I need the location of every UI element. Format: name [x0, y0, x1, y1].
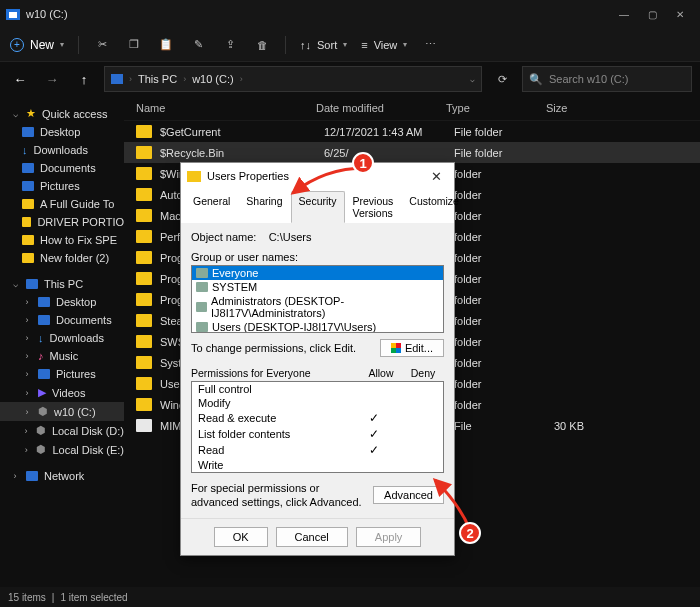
- sidebar-item-label: Local Disk (D:): [52, 425, 124, 437]
- sidebar-item-label: New folder (2): [40, 252, 109, 264]
- file-type: folder: [454, 315, 554, 327]
- folder-icon: [136, 125, 152, 138]
- sidebar-item[interactable]: Pictures: [0, 177, 124, 195]
- group-item[interactable]: Users (DESKTOP-IJ8I17V\Users): [192, 320, 443, 333]
- copy-icon[interactable]: ❐: [125, 38, 143, 51]
- more-icon[interactable]: ⋯: [421, 38, 439, 51]
- folder-icon: [136, 377, 152, 390]
- col-name[interactable]: Name: [136, 102, 316, 114]
- address-bar[interactable]: › This PC › w10 (C:) › ⌵: [104, 66, 482, 92]
- sidebar-item[interactable]: ›▶Videos: [0, 383, 124, 402]
- change-perm-text: To change permissions, click Edit.: [191, 342, 356, 354]
- folder-icon: [136, 251, 152, 264]
- sidebar-item[interactable]: New folder (2): [0, 249, 124, 267]
- forward-button[interactable]: →: [40, 72, 64, 87]
- chevron-down-icon[interactable]: ⌵: [470, 75, 475, 84]
- ok-button[interactable]: OK: [214, 527, 268, 547]
- view-button[interactable]: ≡ View ▾: [361, 39, 407, 51]
- sidebar-item[interactable]: Desktop: [0, 123, 124, 141]
- sidebar-item[interactable]: ›⬢Local Disk (E:): [0, 440, 124, 459]
- status-bar: 15 items | 1 item selected: [0, 587, 700, 607]
- tab-general[interactable]: General: [185, 191, 238, 223]
- sidebar-item-label: Videos: [52, 387, 85, 399]
- group-name: SYSTEM: [212, 281, 257, 293]
- folder-icon: [136, 335, 152, 348]
- permissions-listbox[interactable]: Full controlModifyRead & execute✓List fo…: [191, 381, 444, 473]
- edit-button[interactable]: Edit...: [380, 339, 444, 357]
- group-item[interactable]: SYSTEM: [192, 280, 443, 294]
- sidebar-item[interactable]: DRIVER PORTIO: [0, 213, 124, 231]
- file-row[interactable]: $GetCurrent12/17/2021 1:43 AMFile folder: [124, 121, 700, 142]
- sidebar-item[interactable]: ›↓Downloads: [0, 329, 124, 347]
- chevron-right-icon: ›: [22, 445, 30, 455]
- sidebar-item-label: How to Fix SPE: [40, 234, 117, 246]
- group-item[interactable]: Administrators (DESKTOP-IJ8I17V\Administ…: [192, 294, 443, 320]
- close-button[interactable]: ✕: [425, 169, 448, 184]
- group-item[interactable]: Everyone: [192, 266, 443, 280]
- paste-icon[interactable]: 📋: [157, 38, 175, 51]
- file-type: File: [454, 420, 554, 432]
- file-type: folder: [454, 189, 554, 201]
- sidebar-item[interactable]: How to Fix SPE: [0, 231, 124, 249]
- folder-icon: [136, 167, 152, 180]
- sidebar-item[interactable]: ›♪Music: [0, 347, 124, 365]
- sidebar-item[interactable]: ›Pictures: [0, 365, 124, 383]
- folder-icon: [136, 188, 152, 201]
- breadcrumb-drive[interactable]: w10 (C:): [192, 73, 234, 85]
- sidebar-item[interactable]: ›⬢w10 (C:): [0, 402, 124, 421]
- sidebar-item-label: Desktop: [56, 296, 96, 308]
- col-size[interactable]: Size: [546, 102, 626, 114]
- file-type: folder: [454, 399, 554, 411]
- sort-button[interactable]: ↑↓ Sort ▾: [300, 39, 347, 51]
- folder-icon: [136, 146, 152, 159]
- column-headers[interactable]: Name Date modified Type Size: [124, 96, 700, 121]
- sort-icon: ↑↓: [300, 39, 311, 51]
- sidebar-label: Network: [44, 470, 84, 482]
- apply-button[interactable]: Apply: [356, 527, 422, 547]
- sidebar-this-pc[interactable]: ⌵ This PC: [0, 275, 124, 293]
- sidebar-item[interactable]: ›Desktop: [0, 293, 124, 311]
- breadcrumb-this-pc[interactable]: This PC: [138, 73, 177, 85]
- file-row[interactable]: $Recycle.Bin6/25/File folder: [124, 142, 700, 163]
- sidebar-quick-access[interactable]: ⌵ ★ Quick access: [0, 104, 124, 123]
- documents-icon: [22, 163, 34, 173]
- sidebar-item-label: Documents: [40, 162, 96, 174]
- group-listbox[interactable]: EveryoneSYSTEMAdministrators (DESKTOP-IJ…: [191, 265, 444, 333]
- tab-customize[interactable]: Customize: [401, 191, 467, 223]
- file-type: File folder: [454, 126, 554, 138]
- back-button[interactable]: ←: [8, 72, 32, 87]
- allow-header: Allow: [360, 367, 402, 379]
- permission-row: Read✓: [192, 442, 443, 458]
- maximize-button[interactable]: ▢: [638, 4, 666, 24]
- col-date[interactable]: Date modified: [316, 102, 446, 114]
- file-name: $GetCurrent: [160, 126, 324, 138]
- sidebar-item[interactable]: Documents: [0, 159, 124, 177]
- sort-label: Sort: [317, 39, 337, 51]
- chevron-right-icon: ›: [22, 315, 32, 325]
- sidebar-item-label: Local Disk (E:): [52, 444, 124, 456]
- sidebar-item[interactable]: ↓Downloads: [0, 141, 124, 159]
- file-type: folder: [454, 294, 554, 306]
- window-title: w10 (C:): [26, 8, 68, 20]
- delete-icon[interactable]: 🗑: [253, 39, 271, 51]
- sidebar-item[interactable]: A Full Guide To: [0, 195, 124, 213]
- permission-row: List folder contents✓: [192, 426, 443, 442]
- folder-icon: [136, 293, 152, 306]
- up-button[interactable]: ↑: [72, 72, 96, 87]
- close-window-button[interactable]: ✕: [666, 4, 694, 24]
- col-type[interactable]: Type: [446, 102, 546, 114]
- sidebar-network[interactable]: › Network: [0, 467, 124, 485]
- tab-sharing[interactable]: Sharing: [238, 191, 290, 223]
- new-button[interactable]: + New ▾: [10, 38, 64, 52]
- rename-icon[interactable]: ✎: [189, 38, 207, 51]
- search-input[interactable]: 🔍 Search w10 (C:): [522, 66, 692, 92]
- cut-icon[interactable]: ✂: [93, 38, 111, 51]
- user-icon: [196, 268, 208, 278]
- share-icon[interactable]: ⇪: [221, 38, 239, 51]
- cancel-button[interactable]: Cancel: [276, 527, 348, 547]
- refresh-button[interactable]: ⟳: [490, 73, 514, 86]
- sidebar-item[interactable]: ›⬢Local Disk (D:): [0, 421, 124, 440]
- folder-icon: [22, 217, 31, 227]
- minimize-button[interactable]: —: [610, 4, 638, 24]
- sidebar-item[interactable]: ›Documents: [0, 311, 124, 329]
